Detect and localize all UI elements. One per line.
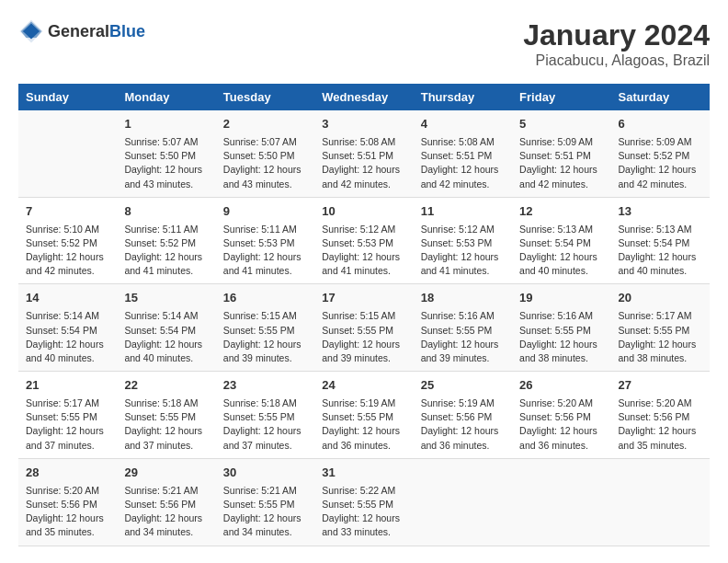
day-of-week-header: Sunday: [18, 84, 117, 110]
day-info: Sunrise: 5:09 AMSunset: 5:51 PMDaylight:…: [519, 135, 603, 191]
day-info: Sunrise: 5:16 AMSunset: 5:55 PMDaylight:…: [421, 309, 505, 365]
day-number: 2: [223, 116, 307, 133]
title-block: January 2024 Piacabucu, Alagoas, Brazil: [523, 18, 710, 69]
day-number: 26: [519, 377, 603, 395]
day-of-week-header: Friday: [512, 84, 610, 110]
calendar-cell: 27Sunrise: 5:20 AMSunset: 5:56 PMDayligh…: [611, 372, 710, 459]
day-info: Sunrise: 5:21 AMSunset: 5:56 PMDaylight:…: [124, 484, 208, 540]
day-info: Sunrise: 5:18 AMSunset: 5:55 PMDaylight:…: [124, 396, 208, 453]
day-info: Sunrise: 5:07 AMSunset: 5:50 PMDaylight:…: [124, 135, 208, 191]
day-info: Sunrise: 5:18 AMSunset: 5:55 PMDaylight:…: [223, 396, 307, 453]
calendar-cell: 22Sunrise: 5:18 AMSunset: 5:55 PMDayligh…: [117, 372, 215, 459]
calendar-week-row: 7Sunrise: 5:10 AMSunset: 5:52 PMDaylight…: [18, 197, 710, 284]
day-number: 11: [421, 203, 505, 221]
day-number: 1: [124, 116, 208, 133]
calendar-week-row: 21Sunrise: 5:17 AMSunset: 5:55 PMDayligh…: [18, 372, 710, 459]
day-info: Sunrise: 5:20 AMSunset: 5:56 PMDaylight:…: [26, 484, 109, 540]
calendar-cell: 29Sunrise: 5:21 AMSunset: 5:56 PMDayligh…: [117, 458, 215, 546]
calendar-title: January 2024: [523, 18, 710, 52]
calendar-cell: 16Sunrise: 5:15 AMSunset: 5:55 PMDayligh…: [216, 284, 314, 372]
day-number: 9: [223, 203, 307, 221]
day-info: Sunrise: 5:10 AMSunset: 5:52 PMDaylight:…: [26, 223, 109, 279]
calendar-cell: 25Sunrise: 5:19 AMSunset: 5:56 PMDayligh…: [414, 372, 512, 459]
day-info: Sunrise: 5:16 AMSunset: 5:55 PMDaylight:…: [519, 309, 603, 365]
calendar-cell: 7Sunrise: 5:10 AMSunset: 5:52 PMDaylight…: [18, 197, 117, 284]
day-number: 31: [322, 465, 405, 482]
day-number: 25: [421, 377, 505, 395]
day-number: 29: [124, 465, 208, 482]
calendar-cell: 9Sunrise: 5:11 AMSunset: 5:53 PMDaylight…: [216, 197, 314, 284]
day-of-week-header: Wednesday: [314, 84, 413, 110]
calendar-cell: 17Sunrise: 5:15 AMSunset: 5:55 PMDayligh…: [314, 284, 413, 372]
day-info: Sunrise: 5:09 AMSunset: 5:52 PMDaylight:…: [619, 135, 702, 191]
day-info: Sunrise: 5:19 AMSunset: 5:55 PMDaylight:…: [322, 396, 405, 453]
day-number: 10: [322, 203, 405, 221]
day-info: Sunrise: 5:22 AMSunset: 5:55 PMDaylight:…: [322, 484, 405, 540]
calendar-cell: 26Sunrise: 5:20 AMSunset: 5:56 PMDayligh…: [512, 372, 610, 459]
calendar-cell: 20Sunrise: 5:17 AMSunset: 5:55 PMDayligh…: [611, 284, 710, 372]
day-info: Sunrise: 5:14 AMSunset: 5:54 PMDaylight:…: [124, 309, 208, 365]
day-number: 19: [519, 290, 603, 307]
day-info: Sunrise: 5:13 AMSunset: 5:54 PMDaylight:…: [519, 223, 603, 279]
day-info: Sunrise: 5:12 AMSunset: 5:53 PMDaylight:…: [421, 223, 505, 279]
logo-blue: Blue: [109, 22, 145, 40]
day-info: Sunrise: 5:07 AMSunset: 5:50 PMDaylight:…: [223, 135, 307, 191]
calendar-cell: 18Sunrise: 5:16 AMSunset: 5:55 PMDayligh…: [414, 284, 512, 372]
day-of-week-header: Monday: [117, 84, 215, 110]
calendar-cell: 24Sunrise: 5:19 AMSunset: 5:55 PMDayligh…: [314, 372, 413, 459]
calendar-cell: [414, 458, 512, 546]
logo-icon: [18, 18, 44, 44]
calendar-cell: 3Sunrise: 5:08 AMSunset: 5:51 PMDaylight…: [314, 110, 413, 197]
calendar-cell: 23Sunrise: 5:18 AMSunset: 5:55 PMDayligh…: [216, 372, 314, 459]
calendar-cell: 15Sunrise: 5:14 AMSunset: 5:54 PMDayligh…: [117, 284, 215, 372]
day-number: 4: [421, 116, 505, 133]
day-info: Sunrise: 5:20 AMSunset: 5:56 PMDaylight:…: [519, 396, 603, 453]
calendar-cell: 6Sunrise: 5:09 AMSunset: 5:52 PMDaylight…: [611, 110, 710, 197]
day-info: Sunrise: 5:13 AMSunset: 5:54 PMDaylight:…: [619, 223, 702, 279]
day-info: Sunrise: 5:12 AMSunset: 5:53 PMDaylight:…: [322, 223, 405, 279]
calendar-cell: 30Sunrise: 5:21 AMSunset: 5:55 PMDayligh…: [216, 458, 314, 546]
day-number: 27: [619, 377, 702, 395]
day-number: 23: [223, 377, 307, 395]
calendar-cell: 1Sunrise: 5:07 AMSunset: 5:50 PMDaylight…: [117, 110, 215, 197]
calendar-week-row: 1Sunrise: 5:07 AMSunset: 5:50 PMDaylight…: [18, 110, 710, 197]
calendar-week-row: 14Sunrise: 5:14 AMSunset: 5:54 PMDayligh…: [18, 284, 710, 372]
calendar-cell: 8Sunrise: 5:11 AMSunset: 5:52 PMDaylight…: [117, 197, 215, 284]
day-info: Sunrise: 5:17 AMSunset: 5:55 PMDaylight:…: [26, 396, 109, 453]
day-info: Sunrise: 5:21 AMSunset: 5:55 PMDaylight:…: [223, 484, 307, 540]
day-info: Sunrise: 5:08 AMSunset: 5:51 PMDaylight:…: [322, 135, 405, 191]
day-info: Sunrise: 5:14 AMSunset: 5:54 PMDaylight:…: [26, 309, 109, 365]
calendar-subtitle: Piacabucu, Alagoas, Brazil: [523, 52, 710, 69]
calendar-cell: 13Sunrise: 5:13 AMSunset: 5:54 PMDayligh…: [611, 197, 710, 284]
day-number: 15: [124, 290, 208, 307]
day-info: Sunrise: 5:17 AMSunset: 5:55 PMDaylight:…: [619, 309, 702, 365]
day-number: 12: [519, 203, 603, 221]
day-info: Sunrise: 5:11 AMSunset: 5:53 PMDaylight:…: [223, 223, 307, 279]
day-number: 16: [223, 290, 307, 307]
calendar-cell: 12Sunrise: 5:13 AMSunset: 5:54 PMDayligh…: [512, 197, 610, 284]
day-number: 14: [26, 290, 109, 307]
calendar-week-row: 28Sunrise: 5:20 AMSunset: 5:56 PMDayligh…: [18, 458, 710, 546]
logo-general: General: [48, 22, 109, 40]
day-number: 28: [26, 465, 109, 482]
day-number: 5: [519, 116, 603, 133]
calendar-cell: 31Sunrise: 5:22 AMSunset: 5:55 PMDayligh…: [314, 458, 413, 546]
day-info: Sunrise: 5:20 AMSunset: 5:56 PMDaylight:…: [619, 396, 702, 453]
calendar-table: SundayMondayTuesdayWednesdayThursdayFrid…: [18, 84, 710, 546]
day-info: Sunrise: 5:19 AMSunset: 5:56 PMDaylight:…: [421, 396, 505, 453]
day-of-week-header: Tuesday: [216, 84, 314, 110]
day-info: Sunrise: 5:15 AMSunset: 5:55 PMDaylight:…: [322, 309, 405, 365]
calendar-cell: 4Sunrise: 5:08 AMSunset: 5:51 PMDaylight…: [414, 110, 512, 197]
calendar-cell: [611, 458, 710, 546]
calendar-cell: 11Sunrise: 5:12 AMSunset: 5:53 PMDayligh…: [414, 197, 512, 284]
day-info: Sunrise: 5:08 AMSunset: 5:51 PMDaylight:…: [421, 135, 505, 191]
calendar-cell: 21Sunrise: 5:17 AMSunset: 5:55 PMDayligh…: [18, 372, 117, 459]
calendar-cell: 19Sunrise: 5:16 AMSunset: 5:55 PMDayligh…: [512, 284, 610, 372]
logo-text: GeneralBlue: [48, 22, 145, 41]
day-number: 18: [421, 290, 505, 307]
day-number: 21: [26, 377, 109, 395]
day-of-week-header: Saturday: [611, 84, 710, 110]
day-number: 6: [619, 116, 702, 133]
calendar-cell: 5Sunrise: 5:09 AMSunset: 5:51 PMDaylight…: [512, 110, 610, 197]
day-number: 3: [322, 116, 405, 133]
